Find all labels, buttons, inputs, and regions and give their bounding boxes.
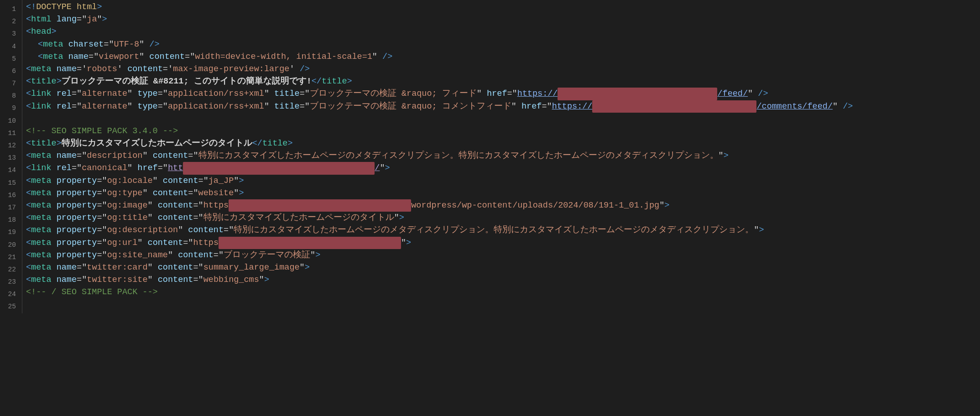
line-number: 3 <box>0 28 16 40</box>
code-area[interactable]: <!DOCTYPE html> <html lang="ja"> <head> … <box>22 0 980 313</box>
code-line[interactable]: <title>特別にカスタマイズしたホームページのタイトル</title> <box>26 137 980 150</box>
code-line[interactable]: <title>ブロックテーマの検証 &#8211; このサイトの簡単な説明です!… <box>26 75 980 88</box>
line-number: 16 <box>0 189 16 202</box>
code-line[interactable]: <meta name="viewport" content="width=dev… <box>26 51 980 63</box>
code-line[interactable]: <meta name="twitter:site" content="webbi… <box>26 274 980 286</box>
code-line[interactable]: <meta property="og:url" content="https "… <box>26 237 980 249</box>
line-number: 11 <box>0 127 16 140</box>
redacted-url <box>229 199 411 212</box>
doctype-text: DOCTYPE html <box>36 1 97 13</box>
line-number: 20 <box>0 239 16 251</box>
line-number: 9 <box>0 103 16 115</box>
code-line[interactable]: <!-- SEO SIMPLE PACK 3.4.0 --> <box>26 125 980 137</box>
code-line[interactable] <box>26 113 980 125</box>
code-line[interactable]: <meta property="og:image" content="https… <box>26 199 980 212</box>
comment-seo-open: <!-- SEO SIMPLE PACK 3.4.0 --> <box>26 125 178 137</box>
line-number: 5 <box>0 53 16 65</box>
code-line[interactable]: <!DOCTYPE html> <box>26 1 980 13</box>
line-number: 13 <box>0 152 16 164</box>
line-number: 18 <box>0 214 16 226</box>
code-line[interactable]: <meta property="og:locale" content="ja_J… <box>26 175 980 187</box>
code-line[interactable]: <meta charset="UTF-8" /> <box>26 38 980 51</box>
redacted-url <box>219 237 401 249</box>
code-line[interactable]: <meta property="og:site_name" content="ブ… <box>26 249 980 261</box>
code-editor[interactable]: 1 2 3 4 5 6 7 8 9 10 11 12 13 14 15 16 1… <box>0 0 980 313</box>
line-number: 17 <box>0 202 16 214</box>
code-line[interactable]: <link rel="canonical" href="htt /"> <box>26 162 980 174</box>
line-number: 4 <box>0 41 16 53</box>
code-line[interactable]: <link rel="alternate" type="application/… <box>26 88 980 100</box>
redacted-url <box>558 88 717 100</box>
line-number: 2 <box>0 16 16 28</box>
code-line[interactable]: <meta property="og:type" content="websit… <box>26 187 980 199</box>
line-number: 14 <box>0 164 16 177</box>
line-number: 21 <box>0 251 16 264</box>
redacted-url <box>183 162 375 174</box>
line-number: 15 <box>0 177 16 189</box>
line-number: 19 <box>0 226 16 239</box>
line-number: 25 <box>0 301 16 313</box>
line-number: 1 <box>0 3 16 16</box>
comment-seo-close: <!-- / SEO SIMPLE PACK --> <box>26 286 158 298</box>
line-number: 12 <box>0 140 16 152</box>
code-line[interactable]: <meta property="og:description" content=… <box>26 224 980 236</box>
line-number: 23 <box>0 276 16 288</box>
code-line[interactable]: <link rel="alternate" type="application/… <box>26 100 980 113</box>
line-number: 10 <box>0 115 16 127</box>
line-number: 6 <box>0 65 16 78</box>
code-line[interactable]: <meta property="og:title" content="特別にカス… <box>26 212 980 224</box>
code-line[interactable]: <html lang="ja"> <box>26 13 980 26</box>
redacted-url <box>592 100 756 113</box>
line-number: 7 <box>0 78 16 90</box>
code-line[interactable]: <head> <box>26 26 980 38</box>
line-number: 8 <box>0 90 16 102</box>
line-number-gutter: 1 2 3 4 5 6 7 8 9 10 11 12 13 14 15 16 1… <box>0 0 22 313</box>
code-line[interactable]: <meta name="twitter:card" content="summa… <box>26 261 980 274</box>
code-line[interactable]: <meta name='robots' content='max-image-p… <box>26 63 980 75</box>
line-number: 24 <box>0 288 16 301</box>
line-number: 22 <box>0 264 16 276</box>
code-line[interactable]: <!-- / SEO SIMPLE PACK --> <box>26 286 980 298</box>
code-line[interactable] <box>26 299 980 311</box>
code-line[interactable]: <meta name="description" content="特別にカスタ… <box>26 150 980 162</box>
